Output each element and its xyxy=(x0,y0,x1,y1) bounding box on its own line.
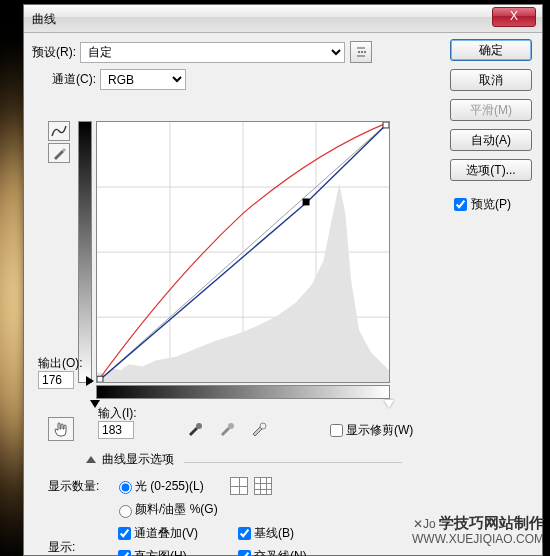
output-label: 输出(O): xyxy=(38,355,83,372)
svg-point-9 xyxy=(196,423,202,429)
curves-dialog: 曲线 X 预设(R): 自定 通道(C): RGB 确定 取消 平滑(M) 自动… xyxy=(23,4,543,556)
output-gradient xyxy=(78,121,92,383)
divider xyxy=(184,462,402,463)
show-intersection-checkbox[interactable]: 交叉线(N) xyxy=(234,547,354,556)
auto-button[interactable]: 自动(A) xyxy=(450,129,532,151)
disclosure-label: 曲线显示选项 xyxy=(102,451,174,468)
ok-button[interactable]: 确定 xyxy=(450,39,532,61)
options-button[interactable]: 选项(T)... xyxy=(450,159,532,181)
show-clipping-checkbox[interactable]: 显示修剪(W) xyxy=(326,421,413,440)
titlebar[interactable]: 曲线 X xyxy=(24,5,542,33)
curve-end-black[interactable] xyxy=(97,376,103,382)
svg-point-1 xyxy=(361,51,363,53)
input-input[interactable] xyxy=(98,421,134,439)
amount-light-radio[interactable]: 光 (0-255)(L) xyxy=(114,478,204,495)
svg-point-2 xyxy=(364,51,366,53)
input-slider-white[interactable] xyxy=(384,400,394,408)
output-input[interactable] xyxy=(38,371,74,389)
svg-point-10 xyxy=(228,423,234,429)
preset-select[interactable]: 自定 xyxy=(80,42,345,63)
preview-checkbox[interactable]: 预览(P) xyxy=(450,195,532,214)
window-title: 曲线 xyxy=(32,12,56,26)
chevron-up-icon xyxy=(86,456,96,463)
amount-label: 显示数量: xyxy=(48,478,110,495)
preset-menu-icon[interactable] xyxy=(350,41,372,63)
curve-active-point[interactable] xyxy=(303,198,310,205)
eyedropper-white-icon[interactable] xyxy=(250,419,268,437)
target-adjust-icon[interactable] xyxy=(48,417,74,441)
channel-select[interactable]: RGB xyxy=(100,69,186,90)
cancel-button[interactable]: 取消 xyxy=(450,69,532,91)
close-icon: X xyxy=(510,9,518,23)
smooth-button: 平滑(M) xyxy=(450,99,532,121)
grid-4-icon[interactable] xyxy=(230,477,248,495)
display-options-disclosure[interactable]: 曲线显示选项 xyxy=(86,451,174,468)
curve-end-white[interactable] xyxy=(383,122,389,128)
input-label: 输入(I): xyxy=(98,405,137,422)
show-clipping-input[interactable] xyxy=(330,424,343,437)
svg-point-11 xyxy=(260,423,266,429)
preset-label: 预设(R): xyxy=(32,44,76,61)
show-histogram-checkbox[interactable]: 直方图(H) xyxy=(114,547,234,556)
input-gradient xyxy=(96,385,390,399)
amount-pigment-radio[interactable]: 颜料/油墨 %(G) xyxy=(114,501,218,518)
pencil-tool-icon[interactable] xyxy=(48,143,70,163)
curve-tool-icon[interactable] xyxy=(48,121,70,141)
show-clipping-label: 显示修剪(W) xyxy=(346,422,413,439)
preview-label: 预览(P) xyxy=(471,196,511,213)
show-label: 显示: xyxy=(48,539,110,556)
preview-check-input[interactable] xyxy=(454,198,467,211)
svg-point-0 xyxy=(358,51,360,53)
show-overlay-checkbox[interactable]: 通道叠加(V) xyxy=(114,524,234,543)
output-slider-black[interactable] xyxy=(86,376,94,386)
channel-label: 通道(C): xyxy=(52,71,96,88)
show-baseline-checkbox[interactable]: 基线(B) xyxy=(234,524,354,543)
grid-9-icon[interactable] xyxy=(254,477,272,495)
close-button[interactable]: X xyxy=(492,7,536,27)
curve-graph[interactable] xyxy=(96,121,390,383)
eyedropper-black-icon[interactable] xyxy=(186,419,204,437)
eyedropper-gray-icon[interactable] xyxy=(218,419,236,437)
